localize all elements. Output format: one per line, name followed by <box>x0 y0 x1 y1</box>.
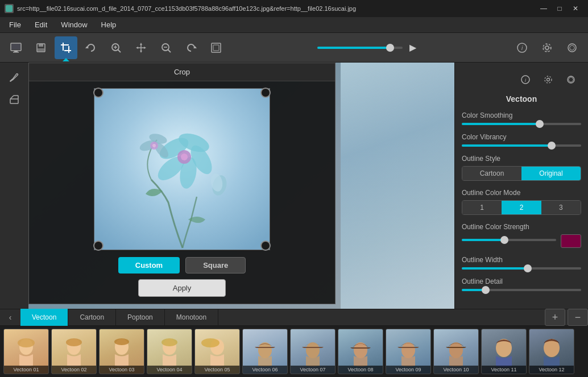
canvas-area: Crop <box>28 63 454 309</box>
crop-handle-bl[interactable] <box>93 241 103 251</box>
svg-rect-35 <box>10 99 18 103</box>
filmstrip-item-1[interactable]: Vectoon 02 <box>51 329 97 374</box>
add-tab-button[interactable]: + <box>545 309 565 326</box>
brush-tool[interactable] <box>4 67 24 88</box>
crop-handle-br[interactable] <box>260 241 271 251</box>
eraser-tool[interactable] <box>4 90 24 110</box>
outline-color-mode-1[interactable]: 1 <box>462 201 502 214</box>
svg-point-62 <box>18 338 35 347</box>
toolbar-slider-container <box>317 47 403 49</box>
panel-info-icon[interactable]: i <box>515 69 536 90</box>
color-vibrancy-slider[interactable] <box>462 144 581 147</box>
crop-handle-tl[interactable] <box>93 88 103 98</box>
outline-color-mode-2[interactable]: 2 <box>502 201 541 214</box>
filmstrip-label-1: Vectoon 02 <box>52 366 96 374</box>
outline-style-original[interactable]: Original <box>521 167 581 180</box>
outline-color-mode-toggle: 1 2 3 <box>462 200 581 215</box>
outline-style-toggle: Cartoon Original <box>462 166 581 181</box>
apply-button[interactable]: Apply <box>138 279 226 297</box>
tool-zoom-in[interactable] <box>105 36 127 59</box>
titlebar-left: src=http__file02.16sucai.com_d_file_2014… <box>5 4 356 13</box>
canvas-image-right <box>341 63 454 309</box>
menu-file[interactable]: File <box>2 18 28 31</box>
outline-color-strength-slider[interactable] <box>462 239 556 241</box>
svg-line-14 <box>118 49 121 52</box>
color-vibrancy-label: Color Vibrancy <box>462 133 581 141</box>
crop-handle-tr[interactable] <box>260 88 271 98</box>
toolbar-slider[interactable] <box>317 47 403 49</box>
outline-color-strength-section: Outline Color Strength <box>462 223 581 248</box>
panel-icons: i <box>462 69 581 90</box>
filmstrip-item-7[interactable]: Vectoon 08 <box>338 329 383 374</box>
close-button[interactable]: ✕ <box>568 1 583 16</box>
outline-width-section: Outline Width <box>462 256 581 270</box>
filmstrip-item-10[interactable]: Vectoon 11 <box>481 329 527 374</box>
menu-window[interactable]: Window <box>54 18 94 31</box>
menu-edit[interactable]: Edit <box>28 18 54 31</box>
filmstrip-label-9: Vectoon 10 <box>434 366 478 374</box>
maximize-button[interactable]: □ <box>552 1 568 16</box>
outline-color-strength-label: Outline Color Strength <box>462 223 581 231</box>
svg-marker-19 <box>136 47 138 49</box>
panel-effects-icon[interactable] <box>561 69 581 90</box>
outline-color-mode-3[interactable]: 3 <box>541 201 581 214</box>
filmstrip-item-9[interactable]: Vectoon 10 <box>433 329 479 374</box>
filmstrip-item-8[interactable]: Vectoon 09 <box>386 329 431 374</box>
color-smoothing-slider[interactable] <box>462 123 581 125</box>
app-icon <box>5 4 14 13</box>
remove-tab-button[interactable]: − <box>568 309 588 326</box>
tool-display[interactable] <box>5 36 27 59</box>
color-smoothing-section: Color Smoothing <box>462 111 581 125</box>
tab-vectoon[interactable]: Vectoon <box>20 309 68 326</box>
tool-frame[interactable] <box>205 36 227 59</box>
svg-point-70 <box>201 338 220 347</box>
filmstrip-item-0[interactable]: Vectoon 01 <box>3 329 49 374</box>
tab-poptoon[interactable]: Poptoon <box>116 309 165 326</box>
svg-text:i: i <box>521 45 523 51</box>
left-strip <box>0 63 28 309</box>
filmstrip-item-4[interactable]: Vectoon 05 <box>194 329 240 374</box>
filmstrip-label-6: Vectoon 07 <box>291 366 335 374</box>
effects-icon[interactable] <box>561 36 583 59</box>
tool-move[interactable] <box>130 36 152 59</box>
tab-scroll-left[interactable]: ‹ <box>0 309 20 326</box>
info-icon[interactable]: i <box>511 36 533 59</box>
svg-point-64 <box>66 338 82 346</box>
crop-mode-buttons: Custom Square <box>36 257 328 274</box>
tab-monotoon[interactable]: Monotoon <box>165 309 218 326</box>
outline-detail-section: Outline Detail <box>462 277 581 291</box>
menu-help[interactable]: Help <box>94 18 123 31</box>
outline-width-slider[interactable] <box>462 267 581 270</box>
next-button[interactable]: ▶ <box>405 40 421 56</box>
tool-crop[interactable] <box>55 36 77 59</box>
gear-icon[interactable] <box>536 36 558 59</box>
square-mode-button[interactable]: Square <box>185 257 246 274</box>
panel-title: Vectoon <box>462 94 581 103</box>
filmstrip-label-7: Vectoon 08 <box>338 366 383 374</box>
tool-save[interactable] <box>30 36 52 59</box>
tool-redo[interactable] <box>180 36 202 59</box>
crop-image-container[interactable] <box>94 88 270 250</box>
tab-cartoon[interactable]: Cartoon <box>68 309 116 326</box>
tool-zoom-out[interactable] <box>155 36 177 59</box>
filmstrip: Vectoon 01 Vectoon 02 Vectoon 03 Vectoon… <box>0 326 588 377</box>
svg-line-36 <box>10 96 14 99</box>
crop-apply-area: Apply <box>36 279 328 297</box>
minimize-button[interactable]: — <box>536 1 552 16</box>
right-panel: i Vectoon Color Smoothing Color Vibrancy <box>454 63 588 309</box>
filmstrip-label-0: Vectoon 01 <box>4 366 48 374</box>
outline-style-cartoon[interactable]: Cartoon <box>462 167 521 180</box>
filmstrip-item-11[interactable]: Vectoon 12 <box>529 329 574 374</box>
outline-color-strength-row <box>462 234 581 248</box>
filmstrip-item-6[interactable]: Vectoon 07 <box>290 329 336 374</box>
filmstrip-item-5[interactable]: Vectoon 06 <box>242 329 288 374</box>
filmstrip-item-3[interactable]: Vectoon 04 <box>147 329 192 374</box>
svg-rect-0 <box>6 5 13 12</box>
outline-detail-slider[interactable] <box>462 289 581 291</box>
panel-gear-icon[interactable] <box>538 69 558 90</box>
filmstrip-item-2[interactable]: Vectoon 03 <box>99 329 144 374</box>
tool-rotate[interactable] <box>80 36 102 59</box>
custom-mode-button[interactable]: Custom <box>118 257 180 274</box>
window-controls: — □ ✕ <box>536 1 583 16</box>
outline-color-swatch[interactable] <box>561 234 581 248</box>
